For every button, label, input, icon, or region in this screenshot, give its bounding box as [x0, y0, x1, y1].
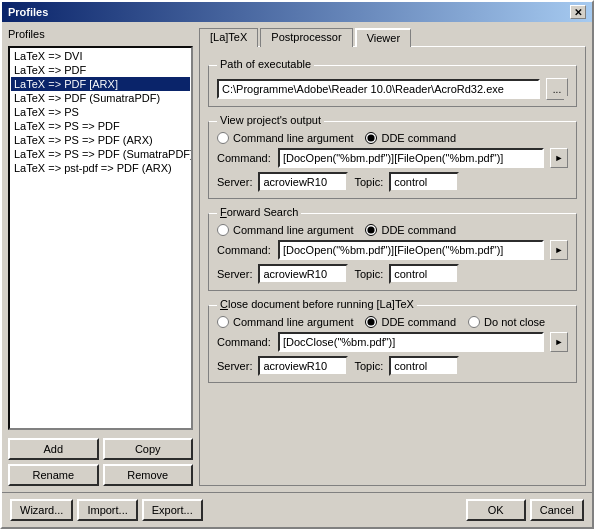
profile-item-6[interactable]: LaTeX => PS => PDF (ARX)	[11, 133, 190, 147]
close-dde-radio-text: DDE command	[381, 316, 456, 328]
tab-latex[interactable]: [La]TeX	[199, 28, 258, 47]
cancel-button[interactable]: Cancel	[530, 499, 584, 521]
donot-close-radio[interactable]	[468, 316, 480, 328]
view-cmd-radio-text: Command line argument	[233, 132, 353, 144]
view-output-label: View project's output	[217, 114, 324, 126]
close-doc-group: Close document before running [La]TeX Co…	[208, 305, 577, 383]
close-server-label: Server:	[217, 360, 252, 372]
view-topic-label: Topic:	[354, 176, 383, 188]
close-command-label: Command:	[217, 336, 272, 348]
view-cmd-radio[interactable]	[217, 132, 229, 144]
donot-close-radio-text: Do not close	[484, 316, 545, 328]
fwd-command-row: Command: ►	[217, 240, 568, 260]
view-dde-radio-label[interactable]: DDE command	[365, 132, 456, 144]
fwd-command-input[interactable]	[278, 240, 544, 260]
view-dde-radio-text: DDE command	[381, 132, 456, 144]
profile-item-7[interactable]: LaTeX => PS => PDF (SumatraPDF)	[11, 147, 190, 161]
close-dde-radio[interactable]	[365, 316, 377, 328]
main-content: Profiles LaTeX => DVI LaTeX => PDF LaTeX…	[2, 22, 592, 492]
close-cmd-radio-label[interactable]: Command line argument	[217, 316, 353, 328]
fwd-radio-group: Command line argument DDE command	[217, 224, 568, 236]
view-cmd-radio-label[interactable]: Command line argument	[217, 132, 353, 144]
close-cmd-radio-text: Command line argument	[233, 316, 353, 328]
browse-icon: ...	[553, 84, 561, 95]
tab-postprocessor[interactable]: Postprocessor	[260, 28, 352, 47]
profile-item-3[interactable]: LaTeX => PDF (SumatraPDF)	[11, 91, 190, 105]
view-server-row: Server: Topic:	[217, 172, 568, 192]
path-row: ...	[217, 78, 568, 100]
close-doc-label: Close document before running [La]TeX	[217, 298, 417, 310]
path-group: Path of executable ...	[208, 65, 577, 107]
fwd-dde-radio-text: DDE command	[381, 224, 456, 236]
fwd-dde-radio-label[interactable]: DDE command	[365, 224, 456, 236]
close-dde-radio-label[interactable]: DDE command	[365, 316, 456, 328]
close-cmd-radio[interactable]	[217, 316, 229, 328]
forward-search-label: Forward Search	[217, 206, 301, 218]
profile-item-2[interactable]: LaTeX => PDF [ARX]	[11, 77, 190, 91]
tabs: [La]TeX Postprocessor Viewer	[199, 28, 586, 47]
close-topic-label: Topic:	[354, 360, 383, 372]
bottom-left-buttons: Wizard... Import... Export...	[10, 499, 203, 521]
fwd-cmd-radio[interactable]	[217, 224, 229, 236]
profile-item-5[interactable]: LaTeX => PS => PDF	[11, 119, 190, 133]
bottom-right-buttons: OK Cancel	[466, 499, 584, 521]
view-output-group: View project's output Command line argum…	[208, 121, 577, 199]
view-command-label: Command:	[217, 152, 272, 164]
import-button[interactable]: Import...	[77, 499, 137, 521]
title-bar: Profiles ✕	[2, 2, 592, 22]
profile-item-4[interactable]: LaTeX => PS	[11, 105, 190, 119]
profiles-window: Profiles ✕ Profiles LaTeX => DVI LaTeX =…	[0, 0, 594, 529]
close-server-input[interactable]	[258, 356, 348, 376]
fwd-cmd-radio-text: Command line argument	[233, 224, 353, 236]
add-button[interactable]: Add	[8, 438, 99, 460]
profiles-list[interactable]: LaTeX => DVI LaTeX => PDF LaTeX => PDF […	[8, 46, 193, 430]
profile-item-1[interactable]: LaTeX => PDF	[11, 63, 190, 77]
close-command-row: Command: ►	[217, 332, 568, 352]
close-server-row: Server: Topic:	[217, 356, 568, 376]
fwd-dde-radio[interactable]	[365, 224, 377, 236]
right-panel: [La]TeX Postprocessor Viewer Path of exe…	[199, 28, 586, 486]
fwd-command-label: Command:	[217, 244, 272, 256]
close-command-input[interactable]	[278, 332, 544, 352]
view-command-input[interactable]	[278, 148, 544, 168]
copy-button[interactable]: Copy	[103, 438, 194, 460]
fwd-cmd-radio-label[interactable]: Command line argument	[217, 224, 353, 236]
view-dde-radio[interactable]	[365, 132, 377, 144]
remove-button[interactable]: Remove	[103, 464, 194, 486]
rename-button[interactable]: Rename	[8, 464, 99, 486]
donot-close-radio-label[interactable]: Do not close	[468, 316, 545, 328]
fwd-topic-input[interactable]	[389, 264, 459, 284]
viewer-tab-content: Path of executable ... View project's ou…	[199, 46, 586, 486]
profile-item-0[interactable]: LaTeX => DVI	[11, 49, 190, 63]
profile-item-8[interactable]: LaTeX => pst-pdf => PDF (ARX)	[11, 161, 190, 175]
fwd-server-row: Server: Topic:	[217, 264, 568, 284]
close-command-arrow-button[interactable]: ►	[550, 332, 568, 352]
view-output-radio-group: Command line argument DDE command	[217, 132, 568, 144]
profiles-buttons: Add Copy Rename Remove	[8, 438, 193, 486]
view-server-label: Server:	[217, 176, 252, 188]
close-button[interactable]: ✕	[570, 5, 586, 19]
fwd-topic-label: Topic:	[354, 268, 383, 280]
forward-search-group: Forward Search Command line argument DDE…	[208, 213, 577, 291]
view-topic-input[interactable]	[389, 172, 459, 192]
close-topic-input[interactable]	[389, 356, 459, 376]
fwd-server-input[interactable]	[258, 264, 348, 284]
tab-viewer[interactable]: Viewer	[355, 28, 411, 47]
view-server-input[interactable]	[258, 172, 348, 192]
bottom-bar: Wizard... Import... Export... OK Cancel	[2, 492, 592, 527]
close-radio-group: Command line argument DDE command Do not…	[217, 316, 568, 328]
fwd-server-label: Server:	[217, 268, 252, 280]
window-title: Profiles	[8, 6, 48, 18]
profiles-panel: Profiles LaTeX => DVI LaTeX => PDF LaTeX…	[8, 28, 193, 486]
browse-button[interactable]: ...	[546, 78, 568, 100]
path-group-label: Path of executable	[217, 58, 314, 70]
ok-button[interactable]: OK	[466, 499, 526, 521]
export-button[interactable]: Export...	[142, 499, 203, 521]
profiles-label: Profiles	[8, 28, 193, 40]
view-command-row: Command: ►	[217, 148, 568, 168]
view-command-arrow-button[interactable]: ►	[550, 148, 568, 168]
wizard-button[interactable]: Wizard...	[10, 499, 73, 521]
fwd-command-arrow-button[interactable]: ►	[550, 240, 568, 260]
executable-path-input[interactable]	[217, 79, 540, 99]
